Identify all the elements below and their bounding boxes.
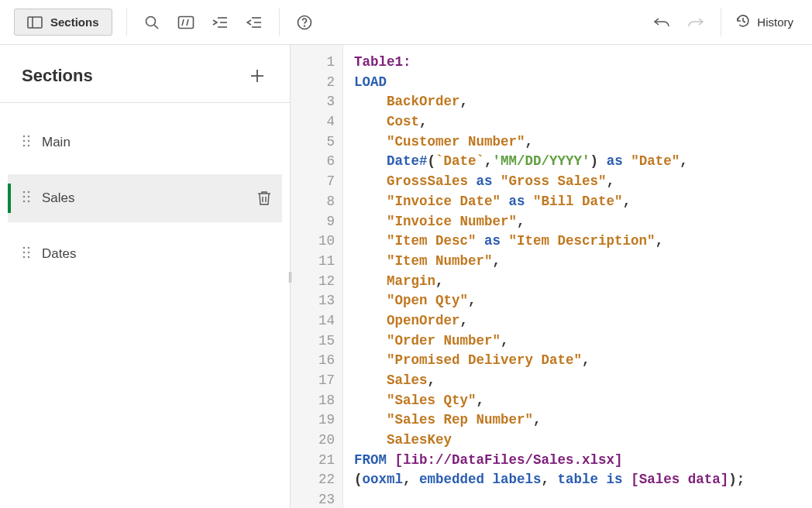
line-number-gutter: 1234567891011121314151617181920212223 bbox=[291, 45, 343, 508]
svg-point-25 bbox=[23, 190, 26, 193]
svg-point-28 bbox=[28, 195, 30, 197]
line-number: 14 bbox=[291, 311, 335, 331]
svg-rect-0 bbox=[28, 17, 42, 28]
redo-button[interactable] bbox=[680, 7, 711, 38]
code-line[interactable]: "Item Number", bbox=[354, 252, 745, 272]
search-button[interactable] bbox=[136, 7, 167, 38]
undo-button[interactable] bbox=[646, 7, 677, 38]
history-icon bbox=[735, 13, 751, 31]
svg-point-34 bbox=[28, 246, 30, 249]
svg-point-21 bbox=[23, 144, 26, 146]
indent-button[interactable] bbox=[205, 7, 236, 38]
toolbar: Sections bbox=[0, 0, 812, 45]
code-line[interactable]: "Item Desc" as "Item Description", bbox=[354, 232, 745, 252]
section-item-main[interactable]: Main bbox=[8, 118, 282, 166]
svg-rect-4 bbox=[178, 16, 193, 28]
line-number: 22 bbox=[291, 470, 335, 490]
svg-point-35 bbox=[23, 251, 26, 253]
svg-point-17 bbox=[23, 135, 26, 137]
section-item-label: Dates bbox=[42, 246, 271, 262]
svg-point-37 bbox=[23, 256, 26, 258]
svg-point-14 bbox=[304, 26, 304, 26]
line-number: 20 bbox=[291, 431, 335, 451]
sections-sidebar: Sections MainSalesDates bbox=[0, 45, 291, 508]
help-button[interactable] bbox=[289, 7, 320, 38]
panel-left-icon bbox=[27, 16, 43, 29]
code-line[interactable]: SalesKey bbox=[354, 431, 745, 451]
separator bbox=[279, 9, 280, 36]
comment-toggle-button[interactable] bbox=[170, 7, 201, 38]
svg-point-33 bbox=[23, 246, 26, 249]
code-line[interactable]: GrossSales as "Gross Sales", bbox=[354, 172, 745, 192]
line-number: 15 bbox=[291, 331, 335, 352]
code-line[interactable]: "Open Qty", bbox=[354, 291, 745, 311]
line-number: 18 bbox=[291, 391, 335, 411]
svg-point-30 bbox=[28, 200, 30, 202]
section-item-label: Sales bbox=[42, 190, 246, 206]
code-line[interactable]: Cost, bbox=[354, 112, 745, 132]
code-line[interactable]: FROM [lib://DataFiles/Sales.xlsx] bbox=[354, 451, 745, 471]
svg-point-18 bbox=[28, 135, 30, 137]
outdent-button[interactable] bbox=[239, 7, 270, 38]
code-line[interactable]: BackOrder, bbox=[354, 92, 745, 112]
section-list: MainSalesDates bbox=[0, 103, 290, 286]
code-line[interactable]: "Customer Number", bbox=[354, 132, 745, 153]
svg-point-20 bbox=[28, 139, 30, 142]
code-line[interactable]: "Sales Qty", bbox=[354, 391, 745, 411]
line-number: 9 bbox=[291, 212, 335, 232]
line-number: 13 bbox=[291, 291, 335, 311]
sections-toggle-label: Sections bbox=[50, 15, 99, 29]
code-line[interactable]: "Order Number", bbox=[354, 331, 745, 352]
code-line[interactable]: "Invoice Date" as "Bill Date", bbox=[354, 192, 745, 212]
svg-line-5 bbox=[182, 19, 184, 26]
delete-section-button[interactable] bbox=[257, 190, 271, 206]
code-area[interactable]: Table1:LOAD BackOrder, Cost, "Customer N… bbox=[343, 45, 745, 508]
code-line[interactable]: Margin, bbox=[354, 272, 745, 292]
code-editor[interactable]: 1234567891011121314151617181920212223 Ta… bbox=[291, 45, 812, 508]
code-line[interactable]: "Sales Rep Number", bbox=[354, 410, 745, 431]
separator bbox=[721, 9, 721, 36]
svg-point-27 bbox=[23, 195, 26, 197]
sections-toggle-button[interactable]: Sections bbox=[14, 9, 112, 36]
code-line[interactable]: Sales, bbox=[354, 371, 745, 391]
add-section-button[interactable] bbox=[246, 65, 268, 87]
svg-point-2 bbox=[146, 16, 155, 26]
line-number: 19 bbox=[291, 410, 335, 431]
line-number: 17 bbox=[291, 371, 335, 391]
code-line[interactable]: Table1: bbox=[354, 53, 745, 73]
svg-point-22 bbox=[28, 144, 30, 146]
svg-point-29 bbox=[23, 200, 26, 202]
line-number: 6 bbox=[291, 152, 335, 172]
drag-handle-icon[interactable] bbox=[22, 190, 31, 208]
section-item-dates[interactable]: Dates bbox=[8, 230, 282, 278]
svg-line-6 bbox=[187, 19, 188, 26]
line-number: 12 bbox=[291, 272, 335, 292]
history-button[interactable]: History bbox=[731, 13, 798, 31]
line-number: 2 bbox=[291, 73, 335, 93]
history-label: History bbox=[757, 15, 793, 29]
svg-point-26 bbox=[28, 190, 30, 193]
separator bbox=[126, 9, 127, 36]
line-number: 7 bbox=[291, 172, 335, 192]
code-line[interactable]: "Invoice Number", bbox=[354, 212, 745, 232]
code-line[interactable]: (ooxml, embedded labels, table is [Sales… bbox=[354, 470, 745, 490]
line-number: 3 bbox=[291, 92, 335, 112]
section-item-sales[interactable]: Sales bbox=[8, 174, 282, 222]
line-number: 5 bbox=[291, 132, 335, 153]
code-line[interactable]: "Promised Delivery Date", bbox=[354, 351, 745, 371]
line-number: 1 bbox=[291, 53, 335, 73]
svg-point-36 bbox=[28, 251, 30, 253]
code-line[interactable] bbox=[354, 490, 745, 508]
drag-handle-icon[interactable] bbox=[22, 245, 31, 263]
drag-handle-icon[interactable] bbox=[22, 134, 31, 152]
code-line[interactable]: OpenOrder, bbox=[354, 311, 745, 331]
line-number: 16 bbox=[291, 351, 335, 371]
line-number: 8 bbox=[291, 192, 335, 212]
svg-point-38 bbox=[28, 256, 30, 258]
line-number: 23 bbox=[291, 490, 335, 508]
code-line[interactable]: Date#(`Date`,'MM/DD/YYYY') as "Date", bbox=[354, 152, 745, 172]
line-number: 11 bbox=[291, 252, 335, 272]
svg-point-19 bbox=[23, 139, 26, 142]
svg-line-3 bbox=[154, 25, 158, 29]
code-line[interactable]: LOAD bbox=[354, 73, 745, 93]
